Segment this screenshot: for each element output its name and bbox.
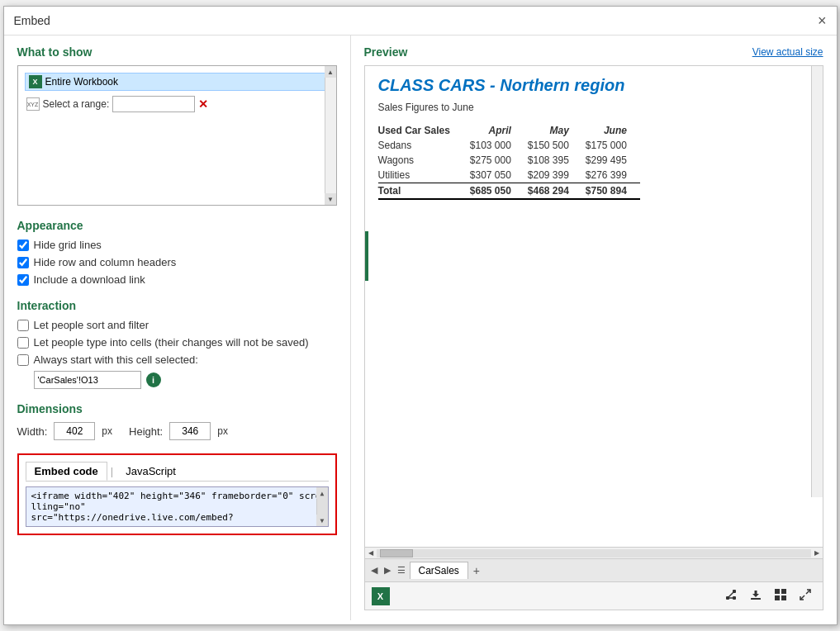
javascript-tab[interactable]: JavaScript [116, 462, 185, 481]
scroll-down-arrow[interactable]: ▼ [325, 193, 336, 205]
include-download-label: Include a download link [34, 273, 145, 286]
sheet-nav-prev[interactable]: ◀ [368, 563, 380, 577]
embed-code-scrollbar: ▲ ▼ [316, 487, 328, 526]
what-to-show-box: X Entire Workbook XYZ Select a range: ✕ … [17, 65, 337, 206]
hscroll-left-arrow[interactable]: ◀ [367, 549, 375, 557]
width-input[interactable] [54, 422, 95, 440]
what-to-show-scrollbar: ▲ ▼ [325, 66, 336, 205]
embed-dialog: Embed × What to show X Entire Workbook X… [3, 6, 838, 625]
sheet-menu-btn[interactable]: ☰ [395, 563, 408, 577]
sheet-tabs: ◀ ▶ ☰ CarSales + [365, 558, 823, 581]
embed-scroll-up[interactable]: ▲ [316, 487, 328, 499]
workbook-item[interactable]: X Entire Workbook [25, 73, 330, 91]
green-left-bar [365, 231, 368, 281]
spreadsheet-title: CLASS CARS - Northern region [378, 76, 809, 95]
row-label-utilities: Utilities [378, 168, 467, 183]
interaction-title: Interaction [17, 299, 337, 312]
sheet-nav-next[interactable]: ▶ [382, 563, 393, 577]
appearance-title: Appearance [17, 219, 337, 232]
tab-separator: | [107, 463, 116, 480]
row-label-sedans: Sedans [378, 138, 467, 153]
dimensions-row: Width: px Height: px [17, 422, 337, 440]
table-row: Wagons $275 000 $108 395 $299 495 [378, 153, 640, 168]
sales-subtitle: Sales Figures to June [378, 102, 809, 113]
range-label: Select a range: [43, 98, 110, 110]
height-unit: px [217, 425, 228, 437]
row-sedans-june: $175 000 [582, 138, 640, 153]
type-cells-label: Let people type into cells (their change… [34, 336, 309, 349]
range-input[interactable] [112, 96, 195, 112]
type-cells-checkbox[interactable] [17, 337, 29, 349]
type-cells-row: Let people type into cells (their change… [17, 336, 337, 349]
scroll-up-arrow[interactable]: ▲ [325, 66, 336, 78]
height-input[interactable] [169, 422, 211, 440]
embed-scroll-down[interactable]: ▼ [316, 515, 328, 526]
preview-frame: CLASS CARS - Northern region Sales Figur… [364, 65, 823, 610]
row-label-wagons: Wagons [378, 153, 467, 168]
start-cell-row: Always start with this cell selected: [17, 353, 337, 366]
table-row: Sedans $103 000 $150 500 $175 000 [378, 138, 640, 153]
row-total-june: $750 894 [582, 183, 640, 200]
embed-code-box[interactable]: <iframe width="402" height="346" framebo… [26, 486, 329, 527]
hide-gridlines-checkbox[interactable] [17, 240, 29, 251]
left-panel: What to show X Entire Workbook XYZ Selec… [4, 36, 351, 620]
row-wagons-june: $299 495 [582, 153, 640, 168]
sort-filter-row: Let people sort and filter [17, 319, 337, 331]
what-to-show-inner: X Entire Workbook XYZ Select a range: ✕ [18, 66, 336, 121]
hscroll-track [377, 549, 811, 557]
toolbar-excel-icon: X [372, 587, 390, 605]
row-sedans-april: $103 000 [467, 138, 524, 153]
toolbar-expand-btn[interactable] [795, 586, 816, 606]
hide-headers-row: Hide row and column headers [17, 256, 337, 268]
width-unit: px [102, 425, 112, 437]
toolbar-grid-btn[interactable] [770, 586, 791, 606]
hscroll-right-arrow[interactable]: ▶ [813, 549, 821, 557]
range-icon: XYZ [26, 97, 40, 111]
header-april: April [467, 123, 524, 138]
start-cell-label: Always start with this cell selected: [34, 353, 198, 366]
cell-selected-row: i [17, 371, 337, 389]
row-total-april: $685 050 [467, 183, 524, 200]
row-wagons-april: $275 000 [467, 153, 524, 168]
header-june: June [582, 123, 640, 138]
appearance-section: Appearance Hide grid lines Hide row and … [17, 219, 337, 286]
info-icon[interactable]: i [146, 372, 161, 387]
row-sedans-may: $150 500 [524, 138, 582, 153]
what-to-show-title: What to show [17, 45, 337, 59]
preview-vertical-scrollbar [811, 66, 823, 497]
sheet-add-btn[interactable]: + [470, 562, 483, 579]
embed-code-text: <iframe width="402" height="346" framebo… [31, 491, 323, 523]
toolbar-download-btn[interactable] [745, 586, 766, 606]
table-row: Utilities $307 050 $209 399 $276 399 [378, 168, 640, 183]
svg-rect-8 [775, 595, 780, 600]
close-button[interactable]: × [818, 13, 827, 28]
hide-gridlines-label: Hide grid lines [34, 239, 102, 251]
preview-title: Preview [364, 45, 408, 59]
table-total-row: Total $685 050 $468 294 $750 894 [378, 183, 640, 200]
dialog-title: Embed [14, 14, 50, 27]
right-panel: Preview View actual size CLASS CARS - No… [351, 36, 837, 620]
range-row: XYZ Select a range: ✕ [21, 93, 333, 116]
hscroll-thumb[interactable] [380, 549, 413, 557]
start-cell-checkbox[interactable] [17, 354, 29, 366]
preview-hscroll: ◀ ▶ [365, 547, 823, 558]
svg-rect-7 [781, 589, 786, 594]
cell-selected-input[interactable] [34, 371, 141, 389]
embed-code-tab[interactable]: Embed code [26, 462, 107, 481]
preview-content: CLASS CARS - Northern region Sales Figur… [365, 66, 823, 547]
table-header-row: Used Car Sales April May June [378, 123, 640, 138]
hide-gridlines-row: Hide grid lines [17, 239, 337, 251]
hide-headers-checkbox[interactable] [17, 257, 29, 268]
view-actual-size-link[interactable]: View actual size [752, 46, 823, 58]
preview-toolbar: X [365, 581, 823, 610]
sheet-tab-carsales[interactable]: CarSales [410, 562, 468, 579]
include-download-checkbox[interactable] [17, 274, 29, 286]
dialog-titlebar: Embed × [4, 7, 837, 36]
toolbar-share-btn[interactable] [720, 586, 742, 606]
svg-rect-5 [751, 598, 761, 600]
range-clear-button[interactable]: ✕ [198, 98, 208, 110]
row-total-may: $468 294 [524, 183, 582, 200]
sort-filter-checkbox[interactable] [17, 320, 29, 331]
dialog-body: What to show X Entire Workbook XYZ Selec… [4, 36, 837, 620]
row-utilities-may: $209 399 [524, 168, 582, 183]
